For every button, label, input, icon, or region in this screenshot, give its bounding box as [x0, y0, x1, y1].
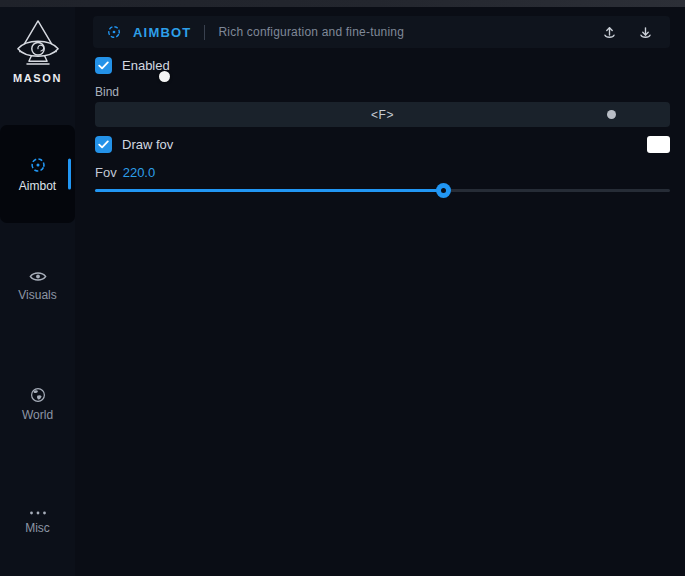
app-logo: MASON — [0, 19, 75, 84]
upload-config-button[interactable] — [597, 20, 621, 44]
bind-keybind-field[interactable]: <F> — [95, 102, 670, 127]
sidebar-item-label: World — [22, 408, 53, 422]
download-config-button[interactable] — [633, 20, 657, 44]
sidebar-item-label: Misc — [25, 521, 50, 535]
fov-slider[interactable] — [95, 183, 670, 198]
aimbot-settings-window: MASON Aimbot Visuals — [0, 0, 685, 576]
fov-label-row: Fov 220.0 — [95, 165, 155, 180]
crosshair-icon — [29, 156, 47, 174]
bind-value: <F> — [371, 108, 394, 122]
sidebar-item-visuals[interactable]: Visuals — [0, 266, 75, 306]
draw-fov-checkbox[interactable] — [95, 136, 112, 153]
section-header: AIMBOT Rich configuration and fine-tunin… — [93, 16, 670, 48]
fov-value: 220.0 — [123, 165, 156, 180]
fov-slider-fill — [95, 189, 444, 192]
mason-eye-logo-icon — [15, 19, 61, 67]
draw-fov-label: Draw fov — [122, 137, 173, 152]
header-divider — [204, 25, 205, 40]
sidebar-item-world[interactable]: World — [0, 384, 75, 424]
globe-icon — [30, 387, 46, 403]
fov-slider-thumb[interactable] — [436, 183, 451, 198]
checkmark-icon — [98, 61, 109, 70]
checkmark-icon — [98, 140, 109, 149]
sidebar-item-aimbot[interactable]: Aimbot — [0, 125, 75, 223]
page-title: AIMBOT — [133, 25, 191, 40]
sidebar-item-label: Aimbot — [19, 179, 56, 193]
logo-label: MASON — [13, 72, 62, 84]
sidebar-item-label: Visuals — [18, 288, 56, 302]
enabled-checkbox[interactable] — [95, 57, 112, 74]
page-subtitle: Rich configuration and fine-tuning — [218, 25, 404, 39]
fov-color-swatch[interactable] — [647, 136, 670, 153]
download-icon — [637, 24, 654, 41]
fov-label: Fov — [95, 165, 117, 180]
window-top-strip — [0, 0, 685, 7]
bind-label: Bind — [95, 85, 119, 99]
eye-icon — [29, 270, 47, 283]
enabled-row: Enabled — [95, 57, 170, 74]
ellipsis-icon — [29, 510, 47, 516]
mouse-cursor-dot — [159, 71, 170, 82]
sidebar-item-misc[interactable]: Misc — [0, 502, 75, 542]
sidebar: MASON Aimbot Visuals — [0, 7, 75, 576]
bind-indicator-dot — [607, 110, 616, 119]
crosshair-icon — [106, 24, 122, 40]
draw-fov-row: Draw fov — [95, 136, 173, 153]
upload-icon — [601, 24, 618, 41]
